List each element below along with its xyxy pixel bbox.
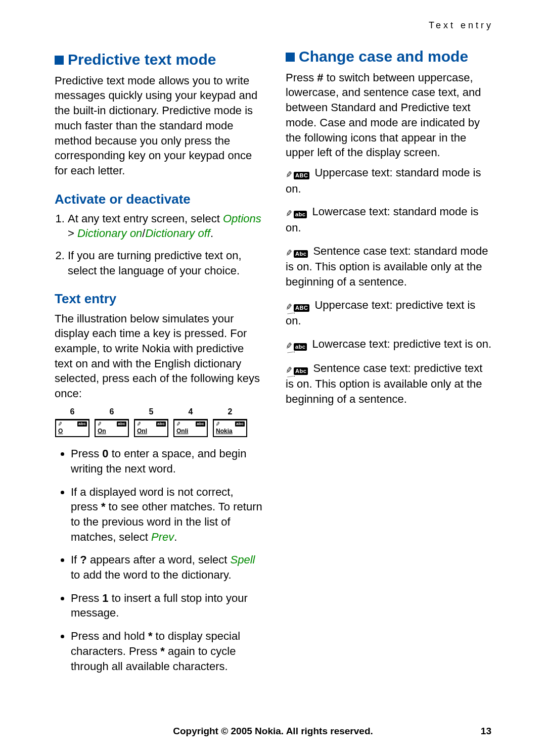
square-bullet-icon (286, 53, 295, 62)
tip-space: Press 0 to enter a space, and begin writ… (71, 446, 262, 476)
mode-line: ✎ABC Uppercase text: predictive text is … (286, 298, 493, 328)
text-entry-tips: Press 0 to enter a space, and begin writ… (55, 446, 262, 674)
case-chip-icon: Abc (294, 367, 308, 375)
manual-page: Text entry Predictive text mode Predicti… (0, 0, 546, 756)
mode-line: ✎ABC Uppercase text: standard mode is on… (286, 165, 493, 196)
mode-description: Uppercase text: predictive text is on. (286, 299, 475, 327)
mode-line: ✎Abc Sentence case text: standard mode i… (286, 244, 493, 290)
step-1: At any text entry screen, select Options… (68, 211, 262, 241)
abc-indicator-icon: abc (117, 421, 126, 427)
key-press-cell: 5✎abcOnl (133, 406, 169, 438)
standard-mode-icon: ✎abc (286, 205, 307, 220)
predictive-intro-paragraph: Predictive text mode allows you to write… (55, 73, 262, 178)
change-case-paragraph: Press # to switch between uppercase, low… (286, 70, 493, 160)
menu-path-dictionary-off: Dictionary off (145, 227, 210, 240)
mode-line: ✎abc Lowercase text: predictive text is … (286, 337, 493, 353)
text: At any text entry screen, select (68, 212, 223, 225)
heading-text: Predictive text mode (68, 50, 216, 70)
case-chip-icon: Abc (294, 250, 308, 258)
page-number: 13 (481, 725, 491, 738)
pencil-icon: ✎ (285, 169, 293, 180)
tip-spell: If ? appears after a word, select Spell … (71, 552, 262, 582)
tip-special-chars: Press and hold * to display special char… (71, 629, 262, 674)
tip-star-matches: If a displayed word is not correct, pres… (71, 485, 262, 545)
activate-steps: At any text entry screen, select Options… (55, 211, 262, 278)
mode-description: Sentence case text: predictive text is o… (286, 362, 482, 405)
mode-line: ✎abc Lowercase text: standard mode is on… (286, 204, 493, 235)
mode-description: Lowercase text: predictive text is on. (309, 338, 491, 350)
menu-path-options: Options (223, 212, 261, 225)
copyright-text: Copyright © 2005 Nokia. All rights reser… (173, 725, 373, 738)
heading-activate: Activate or deactivate (55, 191, 262, 208)
display-mock: ✎abcNokia (213, 419, 247, 437)
predictive-mode-icon: ✎Abc (286, 362, 308, 377)
key-number: 6 (70, 406, 75, 417)
heading-text-entry: Text entry (55, 290, 262, 308)
text: Press (71, 592, 102, 604)
text: appears after a word, select (87, 553, 231, 566)
mode-description: Lowercase text: standard mode is on. (286, 205, 479, 234)
softkey-prev: Prev (151, 531, 174, 543)
case-mode-list: ✎ABC Uppercase text: standard mode is on… (286, 165, 493, 407)
page-footer: Copyright © 2005 Nokia. All rights reser… (0, 725, 546, 738)
pencil-icon: ✎ (285, 364, 293, 376)
key-1: 1 (102, 592, 108, 604)
key-number: 4 (189, 406, 193, 417)
two-column-body: Predictive text mode Predictive text mod… (55, 46, 493, 698)
key-star: * (160, 645, 165, 657)
key-press-cell: 4✎abcOnli (173, 406, 208, 438)
pencil-icon: ✎ (285, 301, 293, 313)
text: . (210, 227, 213, 240)
pencil-icon: ✎ (285, 340, 293, 352)
pencil-icon: ✎ (285, 208, 293, 219)
text: > (68, 227, 77, 240)
question-mark: ? (80, 553, 86, 566)
key-number: 2 (228, 406, 233, 417)
predictive-mode-icon: ✎ABC (286, 299, 309, 314)
step-2: If you are turning predictive text on, s… (68, 248, 262, 278)
key-sequence-illustration: 6✎abcO6✎abcOn5✎abcOnl4✎abcOnli2✎abcNokia (55, 406, 262, 438)
case-chip-icon: ABC (294, 172, 309, 179)
key-0: 0 (102, 447, 108, 460)
menu-path-dictionary-on: Dictionary on (77, 227, 142, 240)
abc-indicator-icon: abc (196, 421, 205, 427)
abc-indicator-icon: abc (77, 421, 87, 427)
key-press-cell: 6✎abcOn (94, 406, 129, 438)
text: to switch between uppercase, lowercase, … (286, 71, 481, 159)
display-mock: ✎abcO (55, 419, 89, 437)
text-entry-intro: The illustration below simulates your di… (55, 311, 262, 401)
predicted-word: Onl (137, 427, 147, 435)
key-hash: # (317, 71, 323, 84)
abc-indicator-icon: abc (156, 421, 166, 427)
mode-line: ✎Abc Sentence case text: predictive text… (286, 361, 493, 407)
case-chip-icon: abc (294, 211, 307, 218)
square-bullet-icon (55, 56, 64, 65)
standard-mode-icon: ✎Abc (286, 245, 308, 260)
heading-predictive-text: Predictive text mode (55, 50, 262, 70)
heading-change-case: Change case and mode (286, 46, 493, 67)
abc-indicator-icon: abc (235, 421, 245, 427)
text: Press (71, 447, 102, 460)
running-header: Text entry (55, 19, 493, 31)
text: If (71, 553, 80, 566)
text: to add the word to the dictionary. (71, 569, 232, 581)
predictive-mode-icon: ✎abc (286, 338, 307, 353)
standard-mode-icon: ✎ABC (286, 166, 309, 181)
key-number: 5 (149, 406, 154, 417)
display-mock: ✎abcOnli (173, 419, 208, 437)
predicted-word: Nokia (216, 427, 233, 435)
case-chip-icon: abc (294, 343, 307, 351)
key-number: 6 (110, 406, 114, 417)
predicted-word: On (98, 427, 106, 435)
case-chip-icon: ABC (294, 304, 309, 312)
tip-fullstop: Press 1 to insert a full stop into your … (71, 591, 262, 621)
text: Press and hold (71, 630, 148, 642)
key-press-cell: 6✎abcO (55, 406, 90, 438)
text: Press (286, 71, 317, 84)
text: . (174, 531, 177, 543)
mode-description: Uppercase text: standard mode is on. (286, 166, 481, 195)
predicted-word: O (58, 427, 63, 435)
heading-text: Change case and mode (299, 46, 468, 67)
predicted-word: Onli (176, 427, 188, 435)
pencil-icon: ✎ (285, 247, 293, 259)
